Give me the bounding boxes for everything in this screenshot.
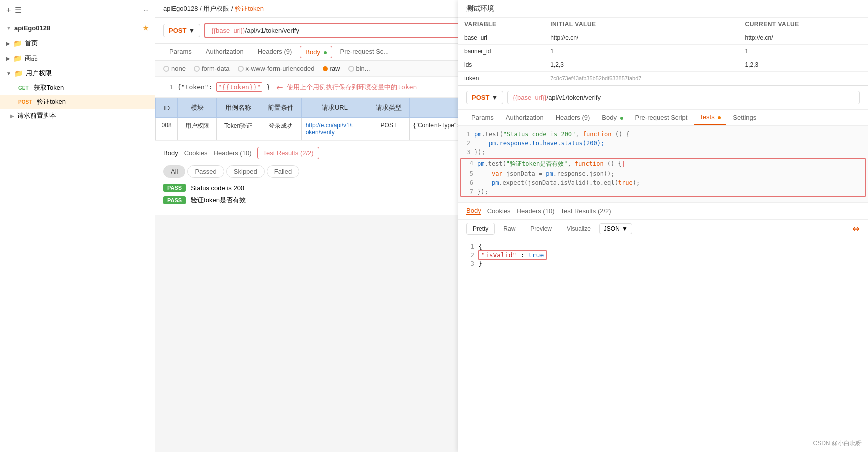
collection-star[interactable]: ★ (143, 24, 149, 32)
code-body-line1[interactable]: {"token": "{{token}}" } (177, 83, 270, 91)
json-isvalid-highlight: "isValid" : true (478, 250, 547, 260)
env-var-baseurl: base_url (458, 31, 544, 45)
env-initial-bannerid: 1 (544, 45, 739, 58)
url-prefix: {{base_url}} (211, 27, 245, 34)
sidebar-sub-get-token[interactable]: GET 获取Token (0, 81, 155, 95)
radio-binary[interactable]: bin... (348, 65, 370, 72)
results-tab-test-results[interactable]: Test Results (2/2) (257, 147, 319, 159)
format-arrow: ▼ (622, 225, 628, 232)
editor-line-1: 1 pm.test("Status code is 200", function… (458, 130, 868, 139)
radio-none-dot (163, 66, 169, 72)
results-tab-body[interactable]: Body (163, 148, 178, 158)
pass-label-1: Status code is 200 (191, 184, 244, 192)
cell-url[interactable]: http://e.cn/api/v1/token/verify (301, 118, 368, 140)
view-tab-raw[interactable]: Raw (497, 223, 522, 235)
format-selector[interactable]: JSON ▼ (599, 223, 632, 234)
collection-expand-arrow: ▼ (6, 25, 11, 31)
radio-formdata-label: form-data (202, 65, 230, 72)
tab-body[interactable]: Body (300, 46, 332, 58)
filter-passed[interactable]: Passed (187, 165, 224, 178)
editor-line-7: 7 }); (461, 187, 865, 196)
tab-headers[interactable]: Headers (9) (252, 44, 298, 60)
json-line-2: 2 "isValid" : true (466, 251, 860, 259)
tab-authorization[interactable]: Authorization (200, 44, 250, 60)
body-dot (324, 51, 327, 54)
pass-label-2: 验证token是否有效 (191, 196, 246, 205)
col-case-name: 用例名称 (216, 98, 260, 118)
breadcrumb-current: 验证token (235, 5, 264, 12)
cell-method: POST (368, 118, 409, 140)
add-icon[interactable]: + (6, 6, 11, 15)
env-col-initial: INITIAL VALUE (544, 18, 739, 31)
sidebar-item-yonghu[interactable]: ▼ 📁 用户权限 (0, 66, 155, 81)
env-col-current: CURRENT VALUE (739, 18, 868, 31)
tab-prerequest[interactable]: Pre-request Sc... (334, 44, 395, 60)
results-tab-headers[interactable]: Headers (10) (214, 148, 252, 158)
req-tabs: Params Authorization Headers (9) Body Pr… (458, 110, 868, 126)
url-path: /api/v1/token/verify (245, 27, 299, 34)
folder-icon: 📁 (13, 39, 22, 47)
radio-raw-label: raw (330, 65, 340, 72)
filter-all[interactable]: All (163, 165, 185, 178)
filter-skipped[interactable]: Skipped (226, 165, 265, 178)
results-tab-cookies[interactable]: Cookies (184, 148, 208, 158)
method-dropdown[interactable]: POST ▼ (163, 24, 200, 37)
env-var-bannerid: banner_id (458, 45, 544, 58)
tab-params[interactable]: Params (163, 44, 198, 60)
annotation-text: 使用上个用例执行保存到环境变量中的token (287, 83, 417, 92)
body-tab-cookies[interactable]: Cookies (487, 207, 511, 215)
more-icon[interactable]: ··· (143, 6, 149, 14)
breadcrumb-part1: apiEgo0128 (163, 5, 198, 12)
pass-badge-1: PASS (163, 184, 186, 192)
env-row-token: token 7c8c73ef43afb35b52bdf633857fabd7 (458, 72, 868, 85)
code-line-num: 1 (163, 83, 173, 91)
view-tab-pretty[interactable]: Pretty (466, 223, 495, 235)
sidebar-item-label: 商品 (25, 54, 38, 63)
body-tab-headers[interactable]: Headers (10) (517, 207, 555, 215)
main-area: apiEgo0128 / 用户权限 / 验证token POST ▼ {{bas… (155, 0, 868, 452)
req-url-display[interactable]: {{base_url}} /api/v1/token/verify (507, 91, 860, 104)
sidebar-item-shangpin[interactable]: ▶ 📁 商品 (0, 51, 155, 66)
arrow-icon: ▶ (6, 41, 10, 46)
sidebar-item-pre-script[interactable]: ▶ 请求前置脚本 (0, 109, 155, 123)
req-url-path: /api/v1/token/verify (547, 94, 601, 101)
view-tab-visualize[interactable]: Visualize (560, 223, 597, 235)
req-tab-tests[interactable]: Tests (694, 110, 726, 125)
radio-raw[interactable]: raw (323, 65, 340, 72)
req-tab-settings[interactable]: Settings (728, 110, 761, 125)
body-tab-test-results[interactable]: Test Results (2/2) (560, 207, 611, 215)
env-current-ids: 1,2,3 (739, 58, 868, 72)
pass-badge-2: PASS (163, 196, 186, 204)
cell-module: 用户权限 (178, 118, 217, 140)
filter-failed[interactable]: Failed (267, 165, 299, 178)
env-current-bannerid: 1 (739, 45, 868, 58)
code-editor[interactable]: 1 pm.test("Status code is 200", function… (458, 126, 868, 202)
body-tab-body[interactable]: Body (466, 207, 481, 215)
col-id: ID (156, 98, 178, 118)
req-tab-authorization[interactable]: Authorization (501, 110, 549, 125)
format-label: JSON (604, 225, 620, 232)
req-tab-headers[interactable]: Headers (9) (551, 110, 595, 125)
cell-id: 008 (156, 118, 178, 140)
breadcrumb-part2: 用户权限 (203, 5, 229, 12)
req-tab-params[interactable]: Params (466, 110, 499, 125)
url-link[interactable]: http://e.cn/api/v1/token/verify (306, 122, 353, 136)
radio-urlencoded[interactable]: x-www-form-urlencoded (238, 65, 315, 72)
collection-name[interactable]: ▼ apiEgo0128 ★ (0, 20, 155, 36)
menu-icon[interactable]: ☰ (15, 5, 22, 15)
radio-formdata[interactable]: form-data (194, 65, 230, 72)
req-tab-pre-request[interactable]: Pre-request Script (630, 110, 693, 125)
view-tab-preview[interactable]: Preview (524, 223, 558, 235)
copy-button[interactable]: ⇔ (852, 223, 860, 234)
radio-none[interactable]: none (163, 65, 186, 72)
col-url: 请求URL (301, 98, 368, 118)
env-initial-token: 7c8c73ef43afb35b52bdf633857fabd7 (544, 72, 739, 85)
col-method: 请求类型 (368, 98, 409, 118)
req-tab-body[interactable]: Body (597, 110, 628, 125)
method-label: POST (169, 27, 186, 34)
req-method-dropdown[interactable]: POST ▼ (466, 91, 503, 104)
sidebar-sub-post-verify[interactable]: POST 验证token (0, 95, 155, 109)
sub-item-label: 获取Token (34, 83, 64, 92)
sidebar-item-shouye[interactable]: ▶ 📁 首页 (0, 36, 155, 51)
env-initial-ids: 1,2,3 (544, 58, 739, 72)
